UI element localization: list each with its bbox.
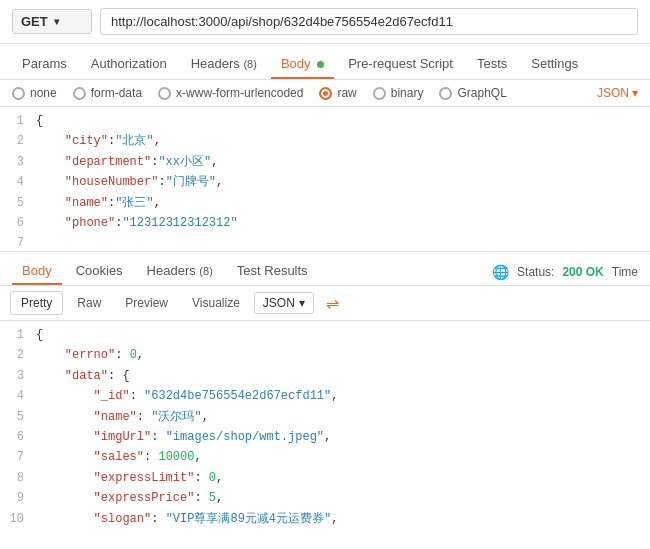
- resp-line-4: 4 "_id": "632d4be756554e2d67ecfd11",: [0, 386, 650, 406]
- format-tab-raw[interactable]: Raw: [67, 292, 111, 314]
- status-code: 200 OK: [562, 265, 603, 279]
- resp-line-2: 2 "errno": 0,: [0, 345, 650, 365]
- status-label: Status:: [517, 265, 554, 279]
- format-tab-preview[interactable]: Preview: [115, 292, 178, 314]
- option-urlencoded-label: x-www-form-urlencoded: [176, 86, 303, 100]
- method-select[interactable]: GET ▾: [12, 9, 92, 34]
- body-options: none form-data x-www-form-urlencoded raw…: [0, 80, 650, 107]
- tab-prerequest[interactable]: Pre-request Script: [338, 50, 463, 79]
- json-dropdown-arrow: ▾: [632, 86, 638, 100]
- format-tab-visualize[interactable]: Visualize: [182, 292, 250, 314]
- response-json-arrow: ▾: [299, 296, 305, 310]
- radio-urlencoded: [158, 87, 171, 100]
- radio-raw: [319, 87, 332, 100]
- code-line-7: 7: [0, 233, 650, 252]
- tab-headers[interactable]: Headers (8): [181, 50, 267, 79]
- code-line-4: 4 "houseNumber":"门牌号",: [0, 172, 650, 192]
- format-tabs: Pretty Raw Preview Visualize JSON ▾ ⇌: [0, 286, 650, 321]
- option-graphql[interactable]: GraphQL: [439, 86, 506, 100]
- wrap-icon[interactable]: ⇌: [326, 294, 339, 313]
- globe-icon: 🌐: [492, 264, 509, 280]
- resp-line-3: 3 "data": {: [0, 366, 650, 386]
- request-bar: GET ▾: [0, 0, 650, 44]
- request-tabs: Params Authorization Headers (8) Body Pr…: [0, 44, 650, 80]
- request-body-editor[interactable]: 1 { 2 "city":"北京", 3 "department":"xx小区"…: [0, 107, 650, 252]
- radio-binary: [373, 87, 386, 100]
- option-none[interactable]: none: [12, 86, 57, 100]
- resp-line-5: 5 "name": "沃尔玛",: [0, 407, 650, 427]
- tab-settings[interactable]: Settings: [521, 50, 588, 79]
- response-json-label: JSON: [263, 296, 295, 310]
- response-tabs: Body Cookies Headers (8) Test Results 🌐 …: [0, 252, 650, 286]
- json-type-label: JSON: [597, 86, 629, 100]
- format-tab-pretty[interactable]: Pretty: [10, 291, 63, 315]
- code-line-2: 2 "city":"北京",: [0, 131, 650, 151]
- option-binary[interactable]: binary: [373, 86, 424, 100]
- code-line-3: 3 "department":"xx小区",: [0, 152, 650, 172]
- tab-authorization[interactable]: Authorization: [81, 50, 177, 79]
- resp-line-10: 10 "slogan": "VIP尊享满89元减4元运费券",: [0, 509, 650, 529]
- json-type-dropdown[interactable]: JSON ▾: [597, 86, 638, 100]
- option-graphql-label: GraphQL: [457, 86, 506, 100]
- response-tab-headers[interactable]: Headers (8): [137, 258, 223, 285]
- response-json-select[interactable]: JSON ▾: [254, 292, 314, 314]
- radio-graphql: [439, 87, 452, 100]
- code-line-5: 5 "name":"张三",: [0, 193, 650, 213]
- response-tab-testresults[interactable]: Test Results: [227, 258, 318, 285]
- tab-params[interactable]: Params: [12, 50, 77, 79]
- code-line-1: 1 {: [0, 111, 650, 131]
- method-label: GET: [21, 14, 48, 29]
- radio-none: [12, 87, 25, 100]
- option-binary-label: binary: [391, 86, 424, 100]
- status-area: 🌐 Status: 200 OK Time: [492, 264, 638, 280]
- resp-line-7: 7 "sales": 10000,: [0, 447, 650, 467]
- resp-line-6: 6 "imgUrl": "images/shop/wmt.jpeg",: [0, 427, 650, 447]
- option-none-label: none: [30, 86, 57, 100]
- tab-body[interactable]: Body: [271, 50, 334, 79]
- resp-line-1: 1 {: [0, 325, 650, 345]
- method-dropdown-arrow: ▾: [54, 16, 59, 27]
- code-line-6: 6 "phone":"12312312312312": [0, 213, 650, 233]
- time-label: Time: [612, 265, 638, 279]
- option-formdata[interactable]: form-data: [73, 86, 142, 100]
- url-input[interactable]: [100, 8, 638, 35]
- option-urlencoded[interactable]: x-www-form-urlencoded: [158, 86, 303, 100]
- resp-line-8: 8 "expressLimit": 0,: [0, 468, 650, 488]
- response-body[interactable]: 1 { 2 "errno": 0, 3 "data": { 4 "_id": "…: [0, 321, 650, 541]
- response-tab-cookies[interactable]: Cookies: [66, 258, 133, 285]
- response-tab-body[interactable]: Body: [12, 258, 62, 285]
- option-raw-label: raw: [337, 86, 356, 100]
- resp-line-9: 9 "expressPrice": 5,: [0, 488, 650, 508]
- radio-formdata: [73, 87, 86, 100]
- tab-tests[interactable]: Tests: [467, 50, 517, 79]
- option-raw[interactable]: raw: [319, 86, 356, 100]
- option-formdata-label: form-data: [91, 86, 142, 100]
